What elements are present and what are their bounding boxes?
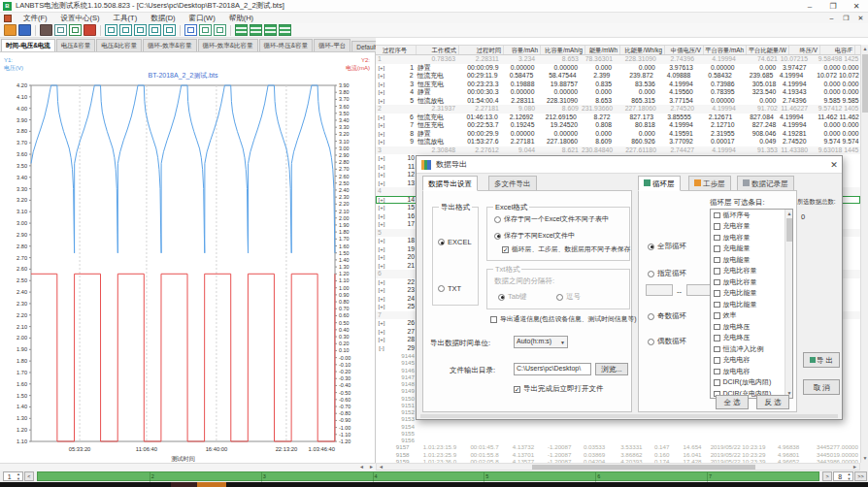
table-row[interactable]: [+]3恒压充电00:23:23.30.1988819.887570.83583… — [376, 81, 860, 89]
column-header[interactable]: 终压/V — [789, 46, 820, 54]
column-header[interactable]: 比容量/mAh/g — [541, 46, 585, 54]
expander-icon[interactable]: [+] — [376, 163, 389, 172]
column-header[interactable]: 能量/mWh — [585, 46, 620, 54]
list-detail-icon[interactable] — [250, 24, 262, 36]
expander-icon[interactable]: [+] — [376, 154, 389, 163]
expander-icon[interactable]: [+] — [376, 319, 389, 328]
pan-horizontal-icon[interactable] — [119, 24, 132, 36]
radio-specified-cycles[interactable]: 指定循环 — [648, 269, 686, 278]
child-restore-button[interactable]: ❐ — [839, 13, 853, 23]
expander-icon[interactable]: [+] — [376, 138, 389, 146]
scrollbar-thumb[interactable] — [532, 465, 755, 470]
radio-even-cycles[interactable]: 偶数循环 — [648, 337, 686, 346]
checkbox[interactable] — [714, 235, 720, 242]
radio-excel[interactable]: EXCEL — [438, 238, 472, 246]
export-button[interactable]: 导 出 — [803, 352, 840, 368]
column-header[interactable]: 平台比能量/W — [747, 46, 789, 54]
checklist-scrollbar[interactable]: ▲ ▼ — [785, 210, 792, 398]
table-vertical-scrollbar[interactable]: ▲ ▼ — [860, 45, 868, 463]
open-icon[interactable] — [4, 24, 17, 36]
checklist-item[interactable]: 充电比能量 — [711, 288, 792, 300]
radio-comma[interactable]: 逗号 — [556, 292, 581, 302]
column-header[interactable]: 中值电压/V — [665, 46, 704, 54]
checkbox[interactable] — [714, 257, 720, 264]
column-header[interactable]: 工作模式 — [417, 46, 459, 54]
grid-view-icon[interactable] — [279, 24, 291, 36]
table-row[interactable]: [+]1静置00:00:09.90.000000.000000.0000.000… — [376, 64, 860, 73]
scroll-right-icon[interactable]: ► — [367, 464, 376, 471]
checkbox[interactable] — [714, 223, 720, 230]
tab-5[interactable]: 循环-效率&比容量 — [198, 39, 258, 51]
expander-icon[interactable]: [+] — [376, 204, 389, 212]
device-icon[interactable] — [40, 24, 52, 36]
tab-6[interactable]: 循环-终压&容量 — [259, 39, 314, 51]
expander-icon[interactable]: [+] — [376, 81, 389, 89]
expander-icon[interactable]: [+] — [376, 220, 389, 229]
chart-icon[interactable] — [69, 24, 82, 36]
table-row[interactable]: [+]4静置00:00:30.30.000000.000000.0000.000… — [376, 88, 860, 97]
child-close-button[interactable]: ✕ — [853, 13, 868, 23]
checklist-item[interactable]: DCIR(放电内阻) — [711, 377, 792, 389]
menu-item[interactable]: 窗口(W) — [183, 13, 222, 23]
expander-icon[interactable]: [+] — [376, 171, 389, 179]
checkbox[interactable] — [714, 212, 720, 219]
page-progress-bar[interactable]: 234567 — [37, 471, 819, 481]
scroll-left-icon[interactable]: ◄ — [377, 464, 385, 471]
tab-step-layer[interactable]: 工步层 — [688, 176, 731, 191]
menu-item[interactable]: 数据(D) — [144, 13, 182, 23]
menu-item[interactable]: 文件(F) — [17, 13, 54, 23]
table-horizontal-scrollbar[interactable]: ◄ ► — [376, 463, 860, 471]
expander-icon[interactable]: [+] — [376, 295, 389, 304]
checkbox[interactable] — [714, 245, 720, 252]
close-button[interactable]: ✕ — [845, 0, 868, 13]
record-row[interactable]: 9155 — [376, 430, 860, 437]
checkbox[interactable] — [714, 346, 720, 353]
tab-7[interactable]: 循环-平台 — [314, 39, 351, 51]
expander-icon[interactable]: [+] — [376, 64, 389, 73]
checkbox[interactable] — [714, 279, 720, 286]
invert-selection-button[interactable]: 反 选 — [756, 395, 789, 409]
checklist-item[interactable]: 充电比容量 — [711, 266, 792, 277]
expander-icon[interactable]: [+] — [376, 88, 389, 97]
expander-icon[interactable]: [+] — [376, 130, 389, 139]
tile-vertical-icon[interactable] — [184, 24, 197, 36]
checkbox-separate-sheets[interactable]: ✓循环层、工步层、数据层用不同子表保存 — [502, 244, 630, 254]
checklist-item[interactable]: 充电能量 — [711, 244, 792, 255]
checkbox[interactable] — [714, 268, 720, 275]
scroll-down-icon[interactable]: ▼ — [861, 454, 868, 463]
table-row[interactable]: [+]5恒流放电01:54:00.42.28311228.310908.6538… — [376, 97, 860, 106]
menu-item[interactable]: 设置中心(S) — [54, 13, 107, 23]
cycle-summary-row[interactable]: 22.319372.271819.0808.609231.93660227.18… — [376, 105, 860, 114]
scroll-right-icon[interactable]: ► — [851, 464, 859, 471]
checklist-item[interactable]: 放电电容 — [711, 366, 792, 377]
checklist-item[interactable]: 放电终压 — [711, 321, 792, 333]
right-page-spinner[interactable]: 8 ▲▼ — [833, 471, 853, 481]
checkbox-channel-info[interactable]: 导出通道信息(包括设备信息、测试时间信息等) — [490, 314, 636, 324]
taskbar-item[interactable] — [197, 482, 226, 487]
tab-1[interactable]: 时间-电压&电流 — [1, 39, 55, 51]
scroll-up-icon[interactable]: ▲ — [861, 45, 868, 53]
expander-icon[interactable]: [+] — [376, 336, 389, 344]
expander-icon[interactable]: [+] — [376, 245, 389, 254]
tab-record-layer[interactable]: 数据记录层 — [737, 176, 794, 191]
child-minimize-button[interactable]: – — [824, 13, 839, 23]
expander-icon[interactable]: [+] — [376, 253, 389, 262]
expander-icon[interactable]: [+] — [376, 114, 389, 122]
record-row[interactable]: 9156 — [376, 437, 860, 443]
table-row[interactable]: [+]6恒流充电01:46:13.02.12692212.691508.2728… — [376, 114, 860, 122]
checkbox[interactable] — [714, 369, 720, 375]
checklist-item[interactable]: 充电电容 — [711, 355, 792, 367]
list-large-icon[interactable] — [235, 24, 248, 36]
table-row[interactable]: [+]8静置00:00:29.90.000000.000000.0000.000… — [376, 130, 860, 139]
radio-all-cycles[interactable]: 全部循环 — [648, 242, 686, 251]
tab-4[interactable]: 循环-效率&容量 — [143, 39, 197, 51]
checkbox[interactable] — [714, 357, 720, 364]
copy-window-icon[interactable] — [54, 24, 67, 36]
fit-width-icon[interactable] — [105, 24, 117, 36]
browse-button[interactable]: 浏览... — [595, 363, 628, 375]
menu-item[interactable]: 帮助(H) — [222, 13, 260, 23]
tab-2[interactable]: 电压&容量 — [56, 39, 95, 51]
table-row[interactable]: [+]9恒流放电01:53:27.62.27181227.180608.6098… — [376, 138, 860, 146]
checkbox-open-after-export[interactable]: ✓导出完成后立即打开文件 — [514, 384, 604, 394]
expander-icon[interactable]: [+] — [376, 328, 389, 337]
